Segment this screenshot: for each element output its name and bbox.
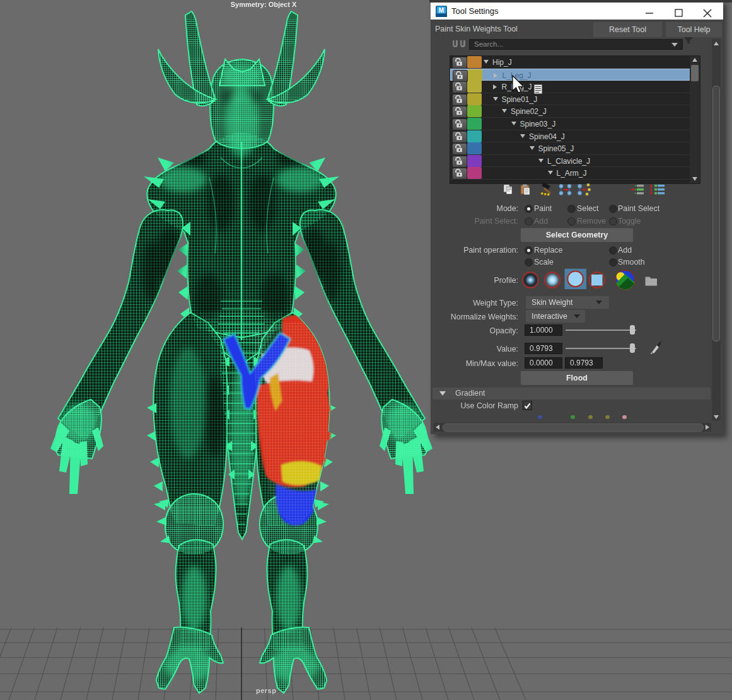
svg-text:M: M <box>439 7 444 14</box>
